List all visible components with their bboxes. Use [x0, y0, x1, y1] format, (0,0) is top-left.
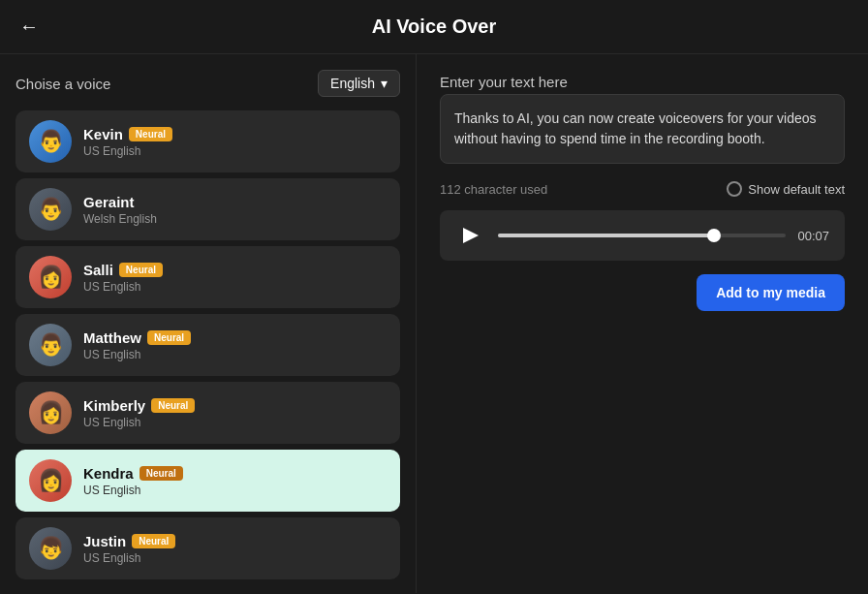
back-button[interactable]: ← — [19, 16, 39, 38]
voice-item-salli[interactable]: 👩SalliNeuralUS English — [16, 246, 400, 308]
page-title: AI Voice Over — [372, 16, 497, 38]
avatar-salli: 👩 — [29, 256, 72, 298]
header: ← AI Voice Over — [0, 0, 868, 54]
voice-item-geraint[interactable]: 👨GeraintWelsh English — [16, 178, 400, 240]
avatar-face: 👩 — [38, 459, 64, 502]
neural-badge-salli: Neural — [119, 263, 163, 277]
back-icon: ← — [19, 16, 39, 38]
voice-lang-salli: US English — [83, 280, 387, 294]
voice-name-row-salli: SalliNeural — [83, 262, 387, 278]
voice-lang-geraint: Welsh English — [83, 212, 387, 226]
avatar-geraint: 👨 — [29, 188, 72, 231]
avatar-face: 👨 — [38, 324, 64, 366]
neural-badge-kimberly: Neural — [151, 398, 195, 413]
voice-name-kimberly: Kimberly — [83, 397, 145, 414]
voice-name-row-kimberly: KimberlyNeural — [83, 397, 387, 414]
voice-info-geraint: GeraintWelsh English — [83, 194, 387, 226]
neural-badge-kevin: Neural — [129, 127, 172, 141]
progress-thumb — [707, 229, 721, 242]
show-default-label: Show default text — [748, 182, 845, 197]
voice-item-justin[interactable]: 👦JustinNeuralUS English — [16, 517, 400, 579]
voice-name-kendra: Kendra — [83, 465, 134, 482]
neural-badge-kendra: Neural — [140, 466, 183, 481]
voice-lang-kendra: US English — [83, 484, 387, 497]
voice-lang-kimberly: US English — [83, 416, 387, 429]
voice-item-matthew[interactable]: 👨MatthewNeuralUS English — [16, 314, 400, 376]
text-area-label: Enter your text here — [440, 74, 845, 90]
avatar-kimberly: 👩 — [29, 391, 72, 434]
avatar-kevin: 👨 — [29, 120, 72, 163]
voice-lang-matthew: US English — [83, 348, 387, 361]
add-to-media-button[interactable]: Add to my media — [697, 274, 845, 311]
voice-name-row-kendra: KendraNeural — [83, 465, 387, 482]
play-button[interactable] — [455, 220, 486, 251]
voice-info-kevin: KevinNeuralUS English — [83, 126, 387, 158]
progress-bar[interactable] — [498, 234, 786, 237]
neural-badge-matthew: Neural — [147, 330, 191, 345]
choose-voice-label: Choise a voice — [16, 76, 110, 92]
voice-info-matthew: MatthewNeuralUS English — [83, 329, 387, 361]
voice-name-salli: Salli — [83, 262, 113, 278]
avatar-matthew: 👨 — [29, 324, 72, 366]
panel-header: Choise a voice English ▾ — [16, 70, 400, 97]
show-default-toggle[interactable]: Show default text — [727, 181, 845, 197]
avatar-face: 👩 — [38, 391, 64, 434]
text-meta: 112 character used Show default text — [440, 181, 845, 197]
voice-name-geraint: Geraint — [83, 194, 135, 210]
avatar-face: 👨 — [38, 120, 64, 163]
play-icon — [463, 228, 479, 243]
voice-name-justin: Justin — [83, 533, 126, 549]
audio-player: 00:07 — [440, 210, 845, 261]
dropdown-caret-icon: ▾ — [381, 76, 388, 91]
voice-info-kendra: KendraNeuralUS English — [83, 465, 387, 497]
voice-name-row-geraint: Geraint — [83, 194, 387, 210]
voice-item-kendra[interactable]: 👩KendraNeuralUS English — [16, 450, 400, 512]
progress-fill — [498, 234, 714, 237]
left-panel: Choise a voice English ▾ 👨KevinNeuralUS … — [0, 54, 417, 593]
voice-item-kimberly[interactable]: 👩KimberlyNeuralUS English — [16, 382, 400, 444]
duration-label: 00:07 — [797, 229, 829, 243]
char-count: 112 character used — [440, 182, 547, 197]
voice-lang-justin: US English — [83, 551, 387, 565]
voice-info-salli: SalliNeuralUS English — [83, 262, 387, 294]
avatar-face: 👦 — [38, 527, 64, 570]
voice-name-row-justin: JustinNeural — [83, 533, 387, 549]
radio-icon — [727, 181, 742, 197]
voice-name-kevin: Kevin — [83, 126, 123, 142]
language-selected: English — [330, 76, 375, 91]
voice-name-row-kevin: KevinNeural — [83, 126, 387, 142]
voice-info-justin: JustinNeuralUS English — [83, 533, 387, 565]
voice-lang-kevin: US English — [83, 144, 387, 158]
language-dropdown[interactable]: English ▾ — [318, 70, 400, 97]
avatar-face: 👨 — [38, 188, 64, 231]
neural-badge-justin: Neural — [132, 534, 175, 548]
voiceover-textarea[interactable] — [440, 94, 845, 164]
voice-info-kimberly: KimberlyNeuralUS English — [83, 397, 387, 429]
avatar-kendra: 👩 — [29, 459, 72, 502]
avatar-justin: 👦 — [29, 527, 72, 570]
voice-name-row-matthew: MatthewNeural — [83, 329, 387, 346]
voice-name-matthew: Matthew — [83, 329, 141, 346]
main-content: Choise a voice English ▾ 👨KevinNeuralUS … — [0, 54, 868, 593]
voice-list: 👨KevinNeuralUS English👨GeraintWelsh Engl… — [16, 110, 400, 579]
right-panel: Enter your text here 112 character used … — [417, 54, 868, 593]
voice-item-kevin[interactable]: 👨KevinNeuralUS English — [16, 110, 400, 172]
avatar-face: 👩 — [38, 256, 64, 298]
